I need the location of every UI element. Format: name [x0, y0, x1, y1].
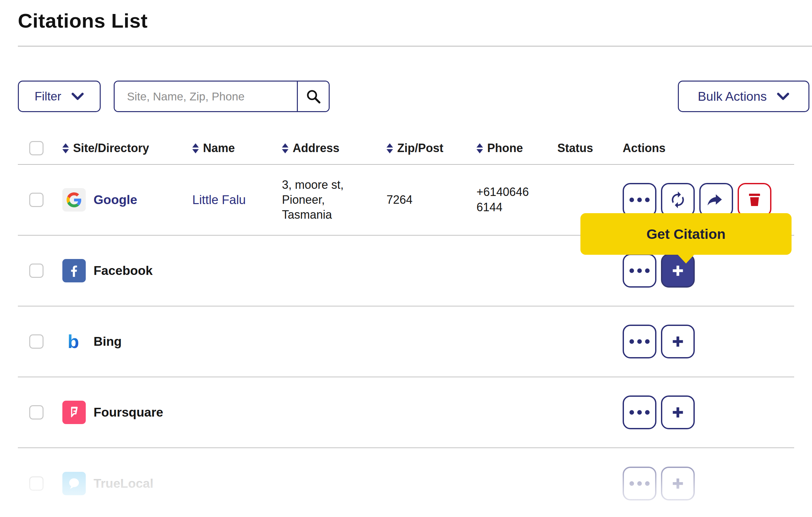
add-citation-button[interactable] — [661, 467, 695, 500]
more-actions-button[interactable] — [622, 396, 657, 429]
ellipsis-icon — [630, 339, 649, 344]
column-header-status: Status — [557, 141, 622, 155]
bing-logo-icon: b — [62, 330, 86, 353]
column-label: Status — [557, 141, 593, 155]
search-box — [114, 81, 330, 112]
filter-button[interactable]: Filter — [18, 81, 101, 112]
filter-button-label: Filter — [34, 90, 61, 103]
ellipsis-icon — [630, 481, 649, 486]
business-name-link[interactable]: Little Falu — [192, 193, 282, 207]
tooltip-label: Get Citation — [646, 226, 726, 242]
site-name: TrueLocal — [93, 477, 153, 491]
site-name-link[interactable]: Google — [93, 193, 137, 207]
column-label: Name — [203, 141, 235, 155]
more-actions-button[interactable] — [622, 183, 657, 217]
add-citation-button[interactable] — [661, 396, 695, 429]
column-header-site-directory[interactable]: Site/Directory — [62, 141, 192, 155]
row-checkbox[interactable] — [29, 477, 44, 491]
table-row-bing: b Bing — [18, 306, 794, 377]
column-label: Phone — [487, 141, 523, 155]
trash-icon — [747, 192, 762, 208]
plus-icon — [670, 475, 686, 492]
delete-button[interactable] — [737, 183, 772, 217]
chevron-down-icon — [71, 92, 84, 101]
table-row-truelocal: TrueLocal — [18, 448, 794, 517]
more-actions-button[interactable] — [622, 254, 657, 288]
sort-arrows-icon — [386, 143, 393, 153]
row-checkbox[interactable] — [29, 193, 44, 207]
magnifier-icon — [305, 88, 322, 105]
share-button[interactable] — [699, 183, 733, 217]
table-header-row: Site/Directory Name Address Zip/Post Pho… — [18, 132, 794, 165]
toolbar: Filter Bulk Actions — [18, 81, 809, 112]
sort-arrows-icon — [282, 143, 288, 153]
ellipsis-icon — [630, 410, 649, 415]
ellipsis-icon — [630, 268, 649, 273]
column-header-address[interactable]: Address — [282, 141, 386, 155]
search-button[interactable] — [298, 82, 329, 111]
citations-table: Site/Directory Name Address Zip/Post Pho… — [18, 132, 794, 517]
column-header-name[interactable]: Name — [192, 141, 282, 155]
sort-arrows-icon — [62, 143, 69, 153]
site-name: Facebook — [93, 264, 153, 278]
column-header-actions: Actions — [622, 141, 794, 155]
zip-cell: 7264 — [386, 193, 476, 207]
column-label: Zip/Post — [397, 141, 443, 155]
bulk-actions-label: Bulk Actions — [698, 89, 766, 104]
row-checkbox[interactable] — [29, 334, 44, 349]
column-label: Site/Directory — [73, 141, 149, 155]
ellipsis-icon — [630, 197, 649, 202]
foursquare-logo-icon — [62, 401, 86, 424]
address-cell: 3, moore st, Pioneer, Tasmania — [282, 178, 352, 222]
site-name: Bing — [93, 334, 122, 349]
sort-arrows-icon — [476, 143, 483, 153]
plus-icon — [670, 404, 686, 420]
plus-icon — [670, 263, 686, 279]
add-citation-button[interactable] — [661, 325, 695, 358]
chevron-down-icon — [777, 92, 790, 101]
facebook-logo-icon — [62, 259, 86, 282]
row-checkbox[interactable] — [29, 405, 44, 419]
sync-button[interactable] — [661, 183, 695, 217]
site-name: Foursquare — [93, 405, 163, 419]
column-label: Actions — [622, 141, 666, 155]
more-actions-button[interactable] — [622, 325, 657, 358]
phone-cell: +6140646 6144 — [476, 185, 542, 215]
title-divider — [18, 46, 812, 47]
column-label: Address — [293, 141, 340, 155]
more-actions-button[interactable] — [622, 467, 657, 500]
select-all-checkbox[interactable] — [29, 141, 44, 155]
column-header-phone[interactable]: Phone — [476, 141, 557, 155]
bulk-actions-button[interactable]: Bulk Actions — [678, 81, 809, 112]
truelocal-logo-icon — [62, 472, 86, 495]
search-input[interactable] — [115, 82, 297, 111]
sync-arrows-icon — [669, 191, 687, 209]
sort-arrows-icon — [192, 143, 199, 153]
google-logo-icon — [62, 188, 86, 212]
table-row-foursquare: Foursquare — [18, 377, 794, 448]
svg-text:b: b — [67, 331, 79, 352]
column-header-zip-post[interactable]: Zip/Post — [386, 141, 476, 155]
share-arrow-icon — [707, 191, 725, 209]
page-title: Citations List — [18, 9, 812, 32]
get-citation-tooltip: Get Citation — [580, 213, 791, 255]
row-checkbox[interactable] — [29, 264, 44, 278]
plus-icon — [670, 333, 686, 350]
